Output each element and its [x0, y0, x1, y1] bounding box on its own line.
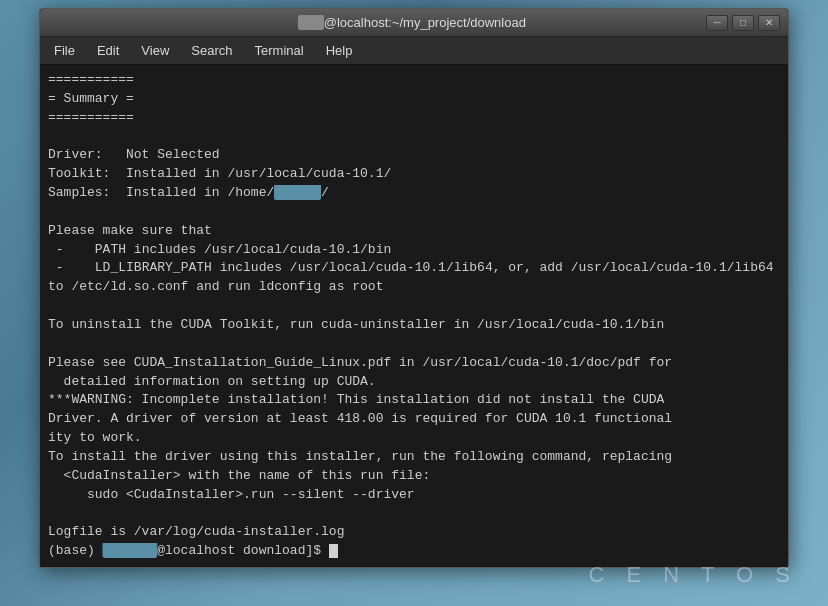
window-controls: ─ □ ✕	[706, 15, 780, 31]
menu-view[interactable]: View	[131, 40, 179, 61]
menu-edit[interactable]: Edit	[87, 40, 129, 61]
maximize-button[interactable]: □	[732, 15, 754, 31]
title-blurred: ......	[298, 15, 324, 30]
menu-search[interactable]: Search	[181, 40, 242, 61]
terminal-window: ......@localhost:~/my_project/download ─…	[39, 8, 789, 568]
window-title: ......@localhost:~/my_project/download	[118, 15, 706, 30]
close-button[interactable]: ✕	[758, 15, 780, 31]
terminal-content[interactable]: =========== = Summary = =========== Driv…	[40, 65, 788, 567]
terminal-output: =========== = Summary = =========== Driv…	[48, 71, 780, 561]
centos-watermark: C E N T O S	[589, 562, 798, 588]
title-bar: ......@localhost:~/my_project/download ─…	[40, 9, 788, 37]
menu-terminal[interactable]: Terminal	[245, 40, 314, 61]
menu-help[interactable]: Help	[316, 40, 363, 61]
minimize-button[interactable]: ─	[706, 15, 728, 31]
menu-file[interactable]: File	[44, 40, 85, 61]
menu-bar: File Edit View Search Terminal Help	[40, 37, 788, 65]
